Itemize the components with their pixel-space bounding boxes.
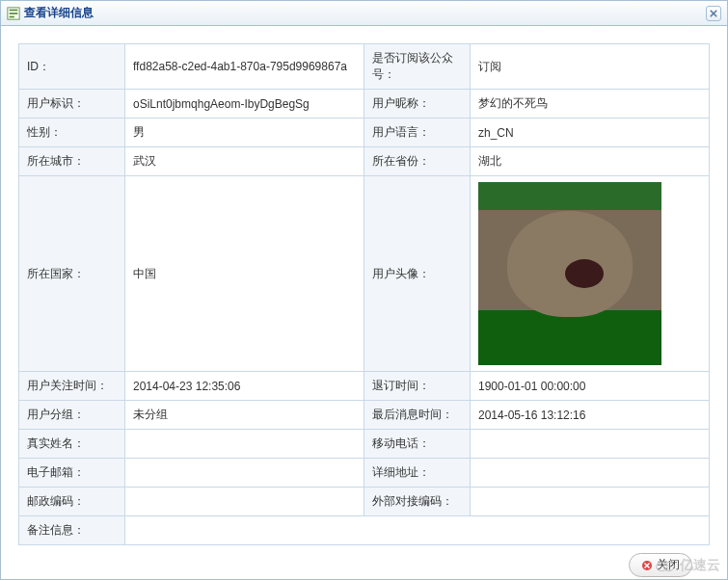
label-gender: 性别： — [19, 119, 125, 147]
table-row: 用户关注时间： 2014-04-23 12:35:06 退订时间： 1900-0… — [19, 372, 710, 401]
dialog-title: 查看详细信息 — [24, 5, 94, 21]
value-external-code — [471, 488, 710, 516]
value-nickname: 梦幻的不死鸟 — [471, 90, 710, 119]
label-subscribed: 是否订阅该公众号： — [364, 44, 471, 90]
watermark: 亿速云 — [655, 557, 720, 574]
table-row: 用户分组： 未分组 最后消息时间： 2014-05-16 13:12:16 — [19, 401, 710, 430]
value-group: 未分组 — [125, 401, 364, 430]
label-subscribe-time: 用户关注时间： — [19, 372, 125, 401]
svg-point-10 — [663, 562, 674, 570]
value-language: zh_CN — [471, 119, 710, 147]
avatar-image — [478, 182, 661, 365]
value-city: 武汉 — [125, 147, 364, 176]
value-email — [125, 459, 364, 488]
label-last-msg-time: 最后消息时间： — [364, 401, 471, 430]
label-address: 详细地址： — [364, 459, 471, 488]
svg-rect-1 — [10, 9, 18, 11]
label-city: 所在城市： — [19, 147, 125, 176]
watermark-text: 亿速云 — [680, 557, 720, 574]
value-country: 中国 — [125, 176, 364, 372]
value-gender: 男 — [125, 119, 364, 147]
value-subscribe-time: 2014-04-23 12:35:06 — [125, 372, 364, 401]
table-row: 性别： 男 用户语言： zh_CN — [19, 119, 710, 147]
value-unsubscribe-time: 1900-01-01 00:00:00 — [471, 372, 710, 401]
value-address — [471, 459, 710, 488]
label-openid: 用户标识： — [19, 90, 125, 119]
label-realname: 真实姓名： — [19, 430, 125, 459]
cloud-icon — [655, 559, 676, 572]
table-row: 所在国家： 中国 用户头像： — [19, 176, 710, 372]
detail-dialog: 查看详细信息 ID： ffd82a58-c2ed-4ab1-870a-795d9… — [0, 0, 728, 580]
value-id: ffd82a58-c2ed-4ab1-870a-795d9969867a — [125, 44, 364, 90]
form-icon — [7, 7, 20, 20]
table-row: 电子邮箱： 详细地址： — [19, 459, 710, 488]
label-nickname: 用户昵称： — [364, 90, 471, 119]
table-row: 用户标识： oSiLnt0jbmqhgAeom-IbyDgBegSg 用户昵称：… — [19, 90, 710, 119]
value-province: 湖北 — [471, 147, 710, 176]
value-openid: oSiLnt0jbmqhgAeom-IbyDgBegSg — [125, 90, 364, 119]
label-country: 所在国家： — [19, 176, 125, 372]
table-row: 邮政编码： 外部对接编码： — [19, 488, 710, 516]
value-avatar — [471, 176, 710, 372]
label-province: 所在省份： — [364, 147, 471, 176]
label-postcode: 邮政编码： — [19, 488, 125, 516]
dialog-titlebar: 查看详细信息 — [1, 1, 727, 26]
close-icon — [710, 10, 717, 17]
svg-rect-3 — [10, 15, 14, 17]
label-language: 用户语言： — [364, 119, 471, 147]
label-mobile: 移动电话： — [364, 430, 471, 459]
label-group: 用户分组： — [19, 401, 125, 430]
titlebar-left: 查看详细信息 — [7, 5, 94, 21]
close-icon — [641, 560, 653, 571]
detail-table: ID： ffd82a58-c2ed-4ab1-870a-795d9969867a… — [18, 43, 710, 545]
value-realname — [125, 430, 364, 459]
label-id: ID： — [19, 44, 125, 90]
table-row: 备注信息： — [19, 516, 710, 545]
value-postcode — [125, 488, 364, 516]
label-unsubscribe-time: 退订时间： — [364, 372, 471, 401]
label-remark: 备注信息： — [19, 516, 125, 545]
label-external-code: 外部对接编码： — [364, 488, 471, 516]
table-row: 所在城市： 武汉 所在省份： 湖北 — [19, 147, 710, 176]
value-last-msg-time: 2014-05-16 13:12:16 — [471, 401, 710, 430]
table-row: 真实姓名： 移动电话： — [19, 430, 710, 459]
label-email: 电子邮箱： — [19, 459, 125, 488]
dialog-close-button[interactable] — [706, 6, 721, 21]
dialog-footer: 关闭 — [18, 545, 710, 577]
svg-rect-2 — [10, 13, 18, 14]
value-subscribed: 订阅 — [471, 44, 710, 90]
value-mobile — [471, 430, 710, 459]
label-avatar: 用户头像： — [364, 176, 471, 372]
table-row: ID： ffd82a58-c2ed-4ab1-870a-795d9969867a… — [19, 44, 710, 90]
dialog-body: ID： ffd82a58-c2ed-4ab1-870a-795d9969867a… — [1, 26, 727, 580]
value-remark — [125, 516, 710, 545]
